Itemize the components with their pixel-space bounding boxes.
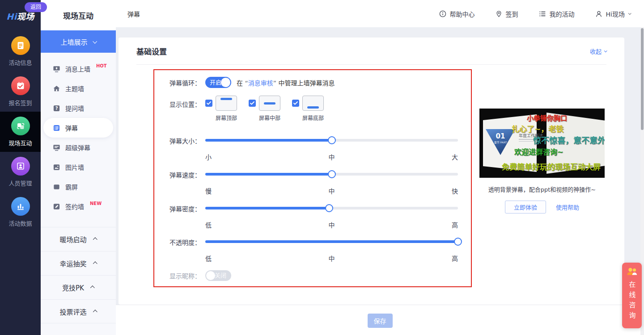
opacity-slider[interactable] [205,240,458,243]
sidebar-collapsed-groups: 暖场启动 幸运抽奖 竞技PK 投票评选 [41,227,116,323]
bar-chart-icon [11,197,30,216]
sidebar-item-label: 主题墙 [65,84,84,93]
rail-item-live-interaction[interactable]: 现场互动 [0,112,41,152]
row-display-position: 显示位置： 屏幕顶部 [154,96,324,121]
sidebar-item-label: 超级弹幕 [65,143,90,152]
speed-slider[interactable] [205,173,458,176]
field-label: 不透明度： [154,236,201,247]
sidebar-item-label: 消息上墙 [65,64,90,73]
loop-toggle[interactable]: 开启 [205,77,231,88]
sidebar-item-super-danmaku[interactable]: 超级弹幕 [41,138,116,157]
sidebar-item-photo-wall[interactable]: 图片墙 [41,157,116,177]
row-opacity: 不透明度： 低中高 [154,236,458,263]
density-slider[interactable] [205,207,458,209]
breadcrumb: 弹幕 [127,9,140,18]
usage-help-link[interactable]: 使用帮助 [556,203,579,211]
sync-icon [11,117,30,135]
sidebar-item-label: 弹幕 [65,123,78,132]
sidebar-group-lucky-draw[interactable]: 幸运抽奖 [41,251,116,275]
sidebar-item-question-wall[interactable]: ? 提问墙 [41,98,116,118]
nickname-toggle[interactable]: 关闭 [205,270,231,281]
save-bar: 保存 [116,305,644,335]
danmaku-line: 惊不惊喜，意不意外 [533,134,605,146]
sidebar-item-signing-wall[interactable]: 签约墙 NEW [41,197,116,216]
help-center-link[interactable]: 帮助中心 [439,9,475,18]
danmaku-list-icon [53,124,60,132]
chevron-up-icon [93,261,97,266]
field-label: 显示位置： [154,96,201,109]
slider-handle[interactable] [328,170,336,178]
checkin-link[interactable]: 签到 [496,9,518,18]
back-button[interactable]: 返回 [25,2,47,12]
message-review-link[interactable]: 消息审核 [248,80,273,87]
preview-caption: 透明背景弹幕，配合ppt和视频的神操作~ [470,185,614,193]
settings-card: 基础设置 收起 弹幕循环： 开启 在 “消息审核” 中管理上墙弹幕消息 [119,38,624,305]
rail-item-label: 活动数据 [8,219,32,227]
position-option-middle: 屏幕中部 [249,96,280,121]
question-icon: ? [53,105,60,112]
checkbox-top[interactable] [205,100,212,107]
field-label: 弹幕大小： [154,135,201,145]
collapse-link[interactable]: 收起 [590,47,606,55]
sidebar-item-danmaku[interactable]: 弹幕 [43,118,113,138]
card-title: 基础设置 [136,46,167,57]
rail-item-activity-info[interactable]: 活动信息 [0,31,41,71]
row-danmaku-loop: 弹幕循环： 开启 在 “消息审核” 中管理上墙弹幕消息 [154,77,335,88]
chevron-down-icon [604,49,607,52]
sidebar-item-screen-takeover[interactable]: 霸屏 [41,177,116,197]
my-activities-link[interactable]: 我的活动 [539,9,575,18]
rail-item-label: 现场互动 [8,138,32,147]
scrollbar-thumb[interactable] [641,28,644,130]
slider-handle[interactable] [325,204,333,212]
toggle-knob [221,78,230,87]
sidebar-item-theme-wall[interactable]: 主题墙 [41,79,116,98]
save-button[interactable]: 保存 [368,314,393,328]
try-now-button[interactable]: 立即体验 [505,201,546,214]
preview-panel: 01 章节 PART 年度工作概述 小拳锤你胸口 扎心了~，老铁 惊不惊喜，意不… [479,109,605,214]
customer-service-icon [626,267,638,278]
rail-item-staff-management[interactable]: 人员管理 [0,152,41,192]
topbar-right: 帮助中心 签到 我的活动 Hi现场 [439,9,631,18]
danmaku-line: 免费简单好玩的现场互动大屏 [502,161,601,172]
image-icon [53,163,60,171]
sidebar-item-label: 签约墙 [65,202,84,211]
row-danmaku-size: 弹幕大小： 小中大 [154,135,458,161]
rail-item-label: 报名签到 [8,98,32,107]
online-consult-widget[interactable]: 在线咨询 [622,263,642,328]
size-slider[interactable] [205,139,458,142]
rail-item-signup-checkin[interactable]: 报名签到 [0,71,41,112]
monitor-up-icon [53,65,60,73]
sidebar-item-message-wall[interactable]: 消息上墙 HOT [41,59,116,79]
sidebar-group-pk[interactable]: 竞技PK [41,275,116,299]
rail-item-label: 活动信息 [8,58,32,67]
checkbox-middle[interactable] [249,100,256,107]
sidebar-group-wall-display[interactable]: 上墙展示 [41,30,116,53]
danmaku-line: 小拳锤你胸口 [527,113,567,122]
checkbox-bottom[interactable] [292,100,299,107]
sidebar-item-label: 提问墙 [65,104,84,113]
annotation-red-box: 弹幕循环： 开启 在 “消息审核” 中管理上墙弹幕消息 显示位置： [153,69,472,287]
list-icon [539,10,546,17]
row-danmaku-density: 弹幕密度： 低中高 [154,203,458,229]
new-badge: NEW [90,201,102,206]
slider-handle[interactable] [454,238,462,246]
pen-sign-icon [53,203,60,210]
group-label: 上墙展示 [60,37,87,46]
sidebar-title: 现场互动 [41,0,116,30]
app-window: Hi​现场 活动信息 报名签到 现场互动 [0,0,644,335]
chevron-up-icon [90,285,95,290]
chevron-up-icon [93,310,97,314]
chevron-up-icon [93,237,97,242]
rail-item-label: 人员管理 [8,179,32,187]
rail-item-activity-data[interactable]: 活动数据 [0,192,41,232]
slider-handle[interactable] [328,136,336,144]
screen-top-figure [216,96,237,111]
account-menu[interactable]: Hi现场 [595,9,631,18]
sidebar-group-voting[interactable]: 投票评选 [41,299,116,323]
location-pin-icon [496,10,502,17]
logo-hi: Hi [6,12,17,21]
field-label: 显示昵称： [154,271,201,280]
user-icon [595,10,602,17]
sidebar-group-warmup[interactable]: 暖场启动 [41,227,116,251]
logo-name: 现场 [17,12,34,21]
